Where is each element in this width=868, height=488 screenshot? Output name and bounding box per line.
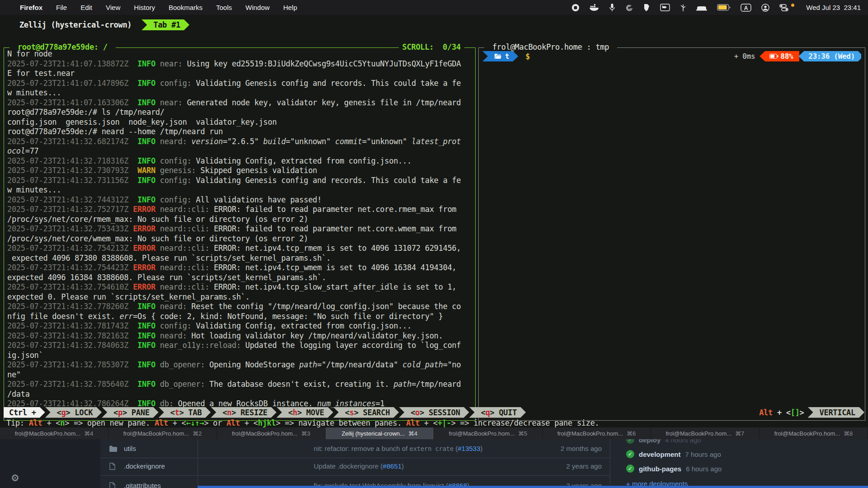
deployment-name[interactable]: deploy [639, 439, 660, 444]
text-segment: ←↓↑→ [186, 418, 204, 427]
tree-icon[interactable] [680, 4, 686, 12]
menu-item-help[interactable]: Help [283, 4, 297, 11]
keyboard-icon[interactable] [696, 5, 707, 11]
keybar-segment-move[interactable]: <h> MOVE [277, 407, 334, 418]
battery-icon[interactable] [717, 4, 731, 11]
terminal-tab-6[interactable]: frol@MacBookPro.hom...⌘6 [542, 427, 651, 439]
text-segment: neard::cli: [156, 282, 209, 291]
left-pane[interactable]: root@d778a97e59de: / SCROLL: 0/34 N for … [4, 47, 476, 421]
keybar-key: <q> [481, 408, 499, 417]
svg-text:A: A [744, 5, 748, 11]
text-segment: 2025-07-23T21:41:32.754423Z [7, 263, 128, 272]
keybar-segment-pane[interactable]: <p> PANE [102, 407, 159, 418]
text-segment: config: [156, 321, 191, 330]
keybar-segment-lock[interactable]: <g> LOCK [45, 407, 102, 418]
terminal-tab-7[interactable]: frol@MacBookPro.hom...⌘7 [651, 427, 760, 439]
right-pane[interactable]: frol@MacBookPro.home : tmp t $ + 0ms 88%… [478, 47, 865, 421]
text-segment: 2025-07-23T21:41:32.731156Z [7, 176, 128, 185]
log-line: 2025-07-23T21:41:32.718316Z INFO config:… [7, 156, 461, 166]
record-icon[interactable] [571, 4, 580, 12]
log-line: 2025-07-23T21:41:32.731156Z INFO config:… [7, 176, 461, 186]
pr-link[interactable]: #13533 [458, 445, 481, 452]
log-line: 2025-07-23T21:41:32.754610Z ERROR neard:… [7, 282, 461, 292]
tab-shortcut: ⌘2 [193, 430, 202, 437]
log-line: 2025-07-23T21:41:07.163306Z INFO near: G… [7, 98, 461, 108]
menubar-clock[interactable]: Wed Jul 23 23:41 [806, 4, 861, 11]
text-segment: INFO [128, 137, 156, 146]
text-segment: ne" [7, 370, 21, 379]
terminal-tab-1[interactable]: frol@MacBookPro.hom...⌘4 [0, 427, 108, 439]
text-segment: Alt [406, 418, 420, 427]
log-line: /data [7, 389, 461, 399]
keybar-key: <h> [288, 408, 307, 417]
menu-item-history[interactable]: History [134, 4, 155, 11]
menu-item-bookmarks[interactable]: Bookmarks [169, 4, 203, 11]
zellij-session-label: Zellij (hysterical-crown) [0, 20, 136, 29]
log-line: 2025-07-23T21:41:32.752717Z ERROR neard:… [7, 205, 461, 215]
menu-item-tools[interactable]: Tools [216, 4, 232, 11]
text-segment: > [800, 408, 804, 417]
file-name-link[interactable]: utils [124, 445, 314, 452]
terminal-tab-8[interactable]: frol@MacBookPro.hom...⌘8 [760, 427, 868, 439]
menu-item-view[interactable]: View [106, 4, 120, 11]
file-name-link[interactable]: .dockerignore [124, 462, 314, 470]
keybar-key: <o> [410, 408, 429, 417]
text-segment: path [299, 360, 317, 369]
text-segment: + < [240, 418, 258, 427]
keybar-segment-resize[interactable]: <n> RESIZE [211, 407, 276, 418]
text-segment: /proc/sys/net/core/rmem_max: No such fil… [7, 215, 308, 224]
swirl-icon[interactable] [625, 4, 633, 12]
terminal-tab-4[interactable]: Zellij (hysterical-crown...⌘4 [326, 427, 434, 439]
log-line: 2025-07-23T21:41:32.785307Z INFO db_open… [7, 360, 461, 370]
toggles-icon[interactable] [779, 4, 788, 12]
log-line: 2025-07-23T21:41:32.754423Z ERROR neard:… [7, 263, 461, 273]
text-segment: w minutes... [7, 185, 61, 194]
text-segment: config.json genesis.json node_key.json v… [7, 117, 277, 127]
user-icon[interactable] [761, 4, 769, 12]
message-text: ( [453, 445, 458, 452]
text-segment: build [263, 137, 286, 146]
text-segment: + < [420, 418, 438, 427]
docker-icon[interactable] [590, 4, 599, 11]
menu-item-edit[interactable]: Edit [80, 4, 92, 11]
mic-icon[interactable] [609, 4, 615, 12]
log-line: root@d778a97e59de:/# neard --home /tmp/n… [7, 127, 461, 137]
terminal-tab-3[interactable]: frol@MacBookPro.hom...⌘3 [217, 427, 326, 439]
keybar-segment-quit[interactable]: <q> QUIT [469, 407, 526, 418]
pointer-icon[interactable] [643, 4, 650, 12]
text-segment: ="unknown" [362, 137, 411, 146]
text-segment: Opened a new RocksDB instance. [174, 399, 317, 408]
text-segment: ERROR: net.ipv4.tcp_wmem is set to 4096 … [209, 263, 456, 272]
window-switch-icon[interactable] [660, 4, 670, 11]
log-line: 2025-07-23T21:41:32.753433Z ERROR neard:… [7, 224, 461, 234]
file-row-utils[interactable]: utilsnit: refactor: remove a bunch of ex… [100, 439, 610, 458]
menu-item-window[interactable]: Window [245, 4, 269, 11]
deployment-age: 4 hours ago [665, 439, 701, 444]
input-a-icon[interactable]: A [741, 4, 751, 12]
menu-item-firefox[interactable]: Firefox [20, 4, 42, 11]
text-segment: Using key ed25519:BJiUdkZeQCwsg9s4UicC5Y… [182, 59, 461, 68]
file-row-dockerignore[interactable]: .dockerignoreUpdate .dockerignore (#8651… [100, 457, 610, 476]
log-line: w minutes... [7, 185, 461, 195]
tab-title: Zellij (hysterical-crown... [342, 430, 405, 437]
keybar-key: <s> [345, 408, 363, 417]
text-segment: INFO [128, 360, 156, 369]
keybar-segment-search[interactable]: <s> SEARCH [333, 407, 399, 418]
keybar-segment-session[interactable]: <o> SESSION [399, 407, 469, 418]
menu-item-file[interactable]: File [56, 4, 67, 11]
text-segment: 2025-07-23T21:41:07.163306Z [7, 98, 128, 107]
text-segment: ERROR [128, 205, 156, 214]
text-segment: ERROR: net.ipv4.tcp_rmem is set to 4096 … [209, 244, 461, 253]
text-segment: db: [156, 399, 174, 408]
log-line: 2025-07-23T21:41:32.784063Z INFO near_o1… [7, 341, 461, 351]
settings-gear-icon[interactable]: ⚙ [11, 473, 19, 483]
deployment-name[interactable]: github-pages [639, 465, 681, 473]
zellij-tab-1[interactable]: Tab #1 [142, 19, 189, 30]
commit-message: nit: refactor: remove a bunch of extern … [314, 445, 558, 452]
terminal-tab-5[interactable]: frol@MacBookPro.hom...⌘5 [434, 427, 542, 439]
text-segment: Generated node key, validator key, genes… [182, 98, 461, 107]
keybar-segment-tab[interactable]: <t> TAB [159, 407, 211, 418]
pr-link[interactable]: #8651 [383, 462, 402, 470]
deployment-name[interactable]: development [639, 450, 681, 458]
terminal-tab-2[interactable]: frol@MacBookPro.hom...⌘2 [108, 427, 217, 439]
